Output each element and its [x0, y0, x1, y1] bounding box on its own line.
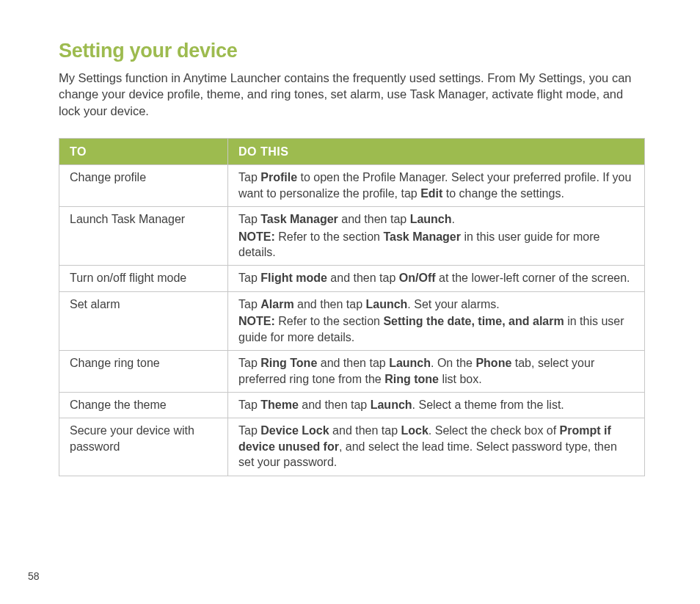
bold-text: Task Manager	[383, 230, 461, 243]
text: Tap	[238, 399, 260, 411]
text: Tap	[238, 298, 260, 310]
table-row: Change the theme Tap Theme and then tap …	[59, 393, 645, 418]
text: and then tap	[327, 272, 399, 284]
cell-do-this: Tap Theme and then tap Launch. Select a …	[228, 393, 645, 418]
bold-text: Ring Tone	[260, 357, 317, 369]
text: Refer to the section	[275, 315, 384, 327]
text: . Set your alarms.	[407, 298, 499, 310]
text: Tap	[238, 357, 260, 369]
text: .	[452, 213, 455, 225]
table-row: Change ring tone Tap Ring Tone and then …	[59, 351, 645, 393]
page-title: Setting your device	[59, 40, 645, 62]
table-row: Turn on/off flight mode Tap Flight mode …	[59, 266, 645, 291]
table-row: Launch Task Manager Tap Task Manager and…	[59, 207, 645, 266]
text: Tap	[238, 272, 260, 284]
text: to change the settings.	[442, 187, 564, 200]
cell-do-this: Tap Device Lock and then tap Lock. Selec…	[228, 418, 645, 476]
text: . Select a theme from the list.	[412, 399, 564, 411]
bold-text: Launch	[410, 213, 452, 225]
bold-text: Edit	[420, 187, 442, 200]
cell-to: Turn on/off flight mode	[59, 266, 228, 291]
cell-do-this: Tap Flight mode and then tap On/Off at t…	[228, 266, 645, 291]
bold-text: Profile	[260, 171, 297, 183]
page-number: 58	[28, 570, 40, 582]
cell-to: Launch Task Manager	[59, 207, 228, 266]
bold-text: Lock	[401, 424, 429, 437]
bold-text: Ring tone	[384, 373, 439, 385]
text: and then tap	[338, 213, 410, 225]
table-header-do-this: DO THIS	[228, 138, 645, 164]
bold-text: On/Off	[399, 272, 436, 284]
note-label: NOTE:	[238, 230, 275, 243]
text: and then tap	[294, 298, 366, 310]
text: and then tap	[329, 424, 401, 437]
bold-text: Launch	[371, 399, 412, 411]
bold-text: Launch	[389, 357, 431, 369]
text: list box.	[439, 373, 482, 385]
cell-do-this: Tap Task Manager and then tap Launch. NO…	[228, 207, 645, 266]
text: Refer to the section	[275, 230, 384, 243]
bold-text: Launch	[365, 298, 407, 310]
cell-to: Change ring tone	[59, 351, 228, 393]
text: and then tap	[317, 357, 389, 369]
note-label: NOTE:	[238, 315, 275, 327]
text: . Select the check box of	[429, 424, 560, 437]
table-header-to: TO	[59, 138, 228, 164]
cell-to: Secure your device with password	[59, 418, 228, 476]
bold-text: Alarm	[260, 298, 294, 310]
bold-text: Flight mode	[260, 272, 327, 284]
table-row: Secure your device with password Tap Dev…	[59, 418, 645, 476]
cell-do-this: Tap Profile to open the Profile Manager.…	[228, 165, 645, 207]
table-row: Change profile Tap Profile to open the P…	[59, 165, 645, 207]
text: Tap	[238, 171, 260, 183]
settings-table: TO DO THIS Change profile Tap Profile to…	[59, 138, 645, 476]
cell-to: Change profile	[59, 165, 228, 207]
bold-text: Device Lock	[260, 424, 329, 437]
cell-do-this: Tap Ring Tone and then tap Launch. On th…	[228, 351, 645, 393]
bold-text: Setting the date, time, and alarm	[383, 315, 564, 327]
cell-do-this: Tap Alarm and then tap Launch. Set your …	[228, 291, 645, 350]
text: . On the	[431, 357, 475, 369]
text: and then tap	[299, 399, 371, 411]
bold-text: Phone	[475, 357, 511, 369]
text: Tap	[238, 213, 260, 225]
cell-to: Change the theme	[59, 393, 228, 418]
cell-to: Set alarm	[59, 291, 228, 350]
text: Tap	[238, 424, 260, 437]
text: at the lower-left corner of the screen.	[436, 272, 630, 284]
bold-text: Task Manager	[260, 213, 338, 225]
table-row: Set alarm Tap Alarm and then tap Launch.…	[59, 291, 645, 350]
intro-paragraph: My Settings function in Anytime Launcher…	[59, 70, 645, 119]
bold-text: Theme	[260, 399, 299, 411]
